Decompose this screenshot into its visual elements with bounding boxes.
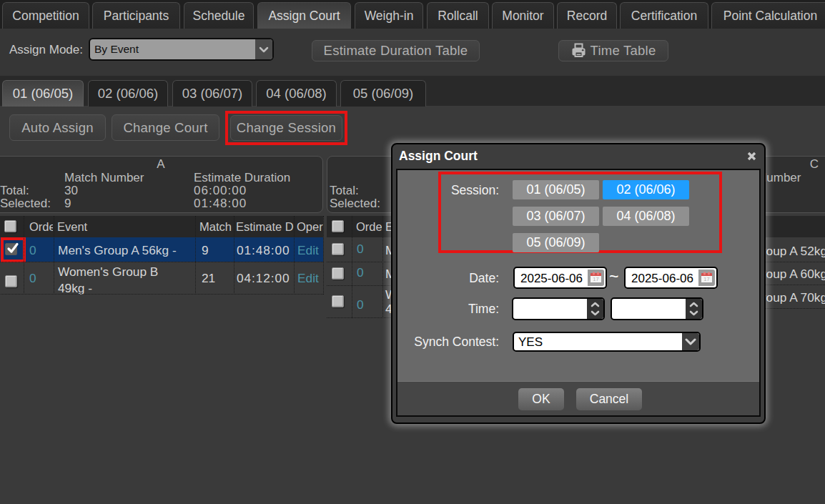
svg-text:17: 17: [703, 276, 709, 282]
svg-text:17: 17: [593, 276, 598, 282]
